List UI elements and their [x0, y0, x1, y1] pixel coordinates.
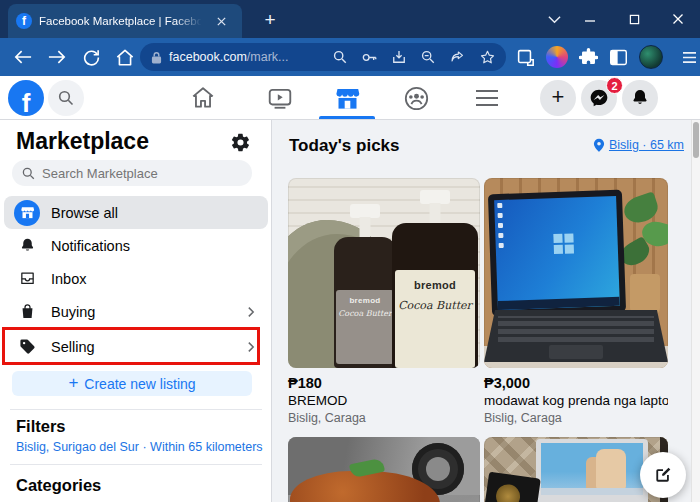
photo-text: bremod	[395, 279, 474, 291]
product-title: modawat kog prenda nga laptop	[484, 392, 668, 410]
sidebar-item-label: Selling	[51, 339, 95, 355]
save-to-device-icon[interactable]	[392, 50, 406, 64]
location-link[interactable]: Bislig · 65 km	[593, 138, 684, 152]
messenger-badge: 2	[606, 77, 623, 94]
nav-watch-icon[interactable]	[266, 84, 294, 112]
facebook-search-button[interactable]	[48, 80, 84, 116]
plus-icon: +	[68, 373, 78, 393]
product-card[interactable]	[288, 437, 480, 502]
storefront-icon	[14, 200, 40, 226]
compose-pencil-icon	[653, 465, 673, 485]
url-path: /mark...	[247, 50, 289, 64]
bell-icon	[14, 233, 40, 259]
sidebar-item-inbox[interactable]: Inbox	[4, 262, 268, 295]
address-bar[interactable]: facebook.com/mark...	[140, 43, 506, 71]
forward-button[interactable]	[42, 43, 72, 71]
nav-menu-icon[interactable]	[473, 84, 501, 112]
menu-hamburger-icon[interactable]	[679, 47, 699, 67]
tab-close-icon[interactable]	[212, 12, 230, 30]
minimize-button[interactable]	[568, 0, 612, 38]
bottle-back: bremod Cocoa Butter	[334, 204, 396, 368]
bottle-front: bremod Cocoa Butter	[392, 190, 478, 368]
location-link-label: Bislig · 65 km	[609, 138, 684, 152]
chat-extension-icon[interactable]	[546, 46, 568, 68]
filters-location-link[interactable]: Bislig, Surigao del Sur · Within 65 kilo…	[16, 440, 263, 454]
windows-logo	[554, 234, 575, 255]
notifications-button[interactable]	[622, 80, 658, 116]
nav-home-icon[interactable]	[189, 84, 217, 112]
laptop-keyboard	[484, 310, 668, 362]
create-post-button[interactable]: +	[540, 80, 576, 116]
nav-groups-icon[interactable]	[402, 84, 430, 112]
todays-picks-heading: Today's picks	[289, 136, 400, 156]
scrollbar[interactable]	[691, 120, 700, 502]
sidebar-item-label: Browse all	[51, 205, 118, 221]
tab-title: Facebook Marketplace | Facebook	[39, 15, 205, 27]
window-controls	[568, 0, 700, 38]
search-icon[interactable]	[333, 50, 347, 64]
tab-list-caret-icon[interactable]	[543, 10, 565, 28]
browser-tab[interactable]: f Facebook Marketplace | Facebook	[8, 4, 242, 38]
bookmark-star-icon[interactable]	[480, 50, 495, 65]
photo-text: Cocoa Butter	[336, 309, 393, 319]
messenger-icon	[589, 88, 609, 108]
share-icon[interactable]	[450, 50, 465, 64]
categories-heading: Categories	[16, 476, 101, 495]
facebook-logo[interactable]: f	[8, 80, 44, 116]
reload-button[interactable]	[76, 43, 106, 71]
product-photo-food	[288, 437, 480, 502]
close-button[interactable]	[656, 0, 700, 38]
chevron-right-icon	[244, 340, 258, 354]
sidebar-item-label: Buying	[51, 304, 95, 320]
browser-toolbar: facebook.com/mark...	[0, 38, 700, 76]
maximize-button[interactable]	[612, 0, 656, 38]
create-listing-label: Create new listing	[84, 376, 195, 392]
product-price: ₱180	[288, 374, 480, 392]
photo-text: Cocoa Butter	[395, 299, 474, 312]
product-card[interactable]: bremod Cocoa Butter bremod Cocoa Butter …	[288, 178, 480, 427]
create-new-listing-button[interactable]: + Create new listing	[12, 371, 252, 396]
titlebar: f Facebook Marketplace | Facebook +	[0, 0, 700, 38]
shopping-bag-icon	[14, 299, 40, 325]
product-location: Bislig, Caraga	[288, 410, 480, 427]
search-icon	[58, 90, 74, 106]
sidebar-item-notifications[interactable]: Notifications	[4, 229, 268, 262]
price-tag-icon	[14, 334, 40, 360]
screenshot-extension-icon[interactable]	[515, 47, 535, 67]
url-domain: facebook.com	[169, 50, 247, 64]
facebook-navbar: f + 2	[0, 76, 700, 120]
laptop-screen	[488, 190, 626, 317]
facebook-favicon-icon: f	[16, 13, 32, 29]
bell-icon	[630, 88, 650, 108]
profile-avatar[interactable]	[639, 45, 663, 69]
home-button[interactable]	[110, 43, 140, 71]
sidebar-item-buying[interactable]: Buying	[4, 295, 268, 328]
photo-text: bremod	[336, 296, 393, 305]
product-grid: bremod Cocoa Butter bremod Cocoa Butter …	[288, 178, 668, 502]
sidebar-toggle-icon[interactable]	[609, 48, 628, 67]
sidebar-item-label: Inbox	[51, 271, 86, 287]
search-marketplace-input[interactable]	[42, 166, 222, 181]
zoom-icon[interactable]	[421, 50, 435, 64]
product-card[interactable]: ₱3,000 modawat kog prenda nga laptop Bis…	[484, 178, 668, 427]
password-key-icon[interactable]	[362, 51, 377, 64]
filters-heading: Filters	[16, 417, 66, 436]
sidebar-item-browse-all[interactable]: Browse all	[4, 196, 268, 229]
marketplace-search[interactable]	[12, 160, 252, 186]
product-title: BREMOD	[288, 392, 480, 410]
divider	[10, 464, 262, 465]
lock-icon	[151, 51, 162, 64]
extensions-puzzle-icon[interactable]	[579, 48, 598, 67]
sidebar-item-selling[interactable]: Selling	[4, 330, 268, 363]
nav-marketplace-icon-active[interactable]	[333, 84, 361, 112]
browser-window: f Facebook Marketplace | Facebook +	[0, 0, 700, 502]
divider	[10, 409, 262, 410]
new-tab-button[interactable]: +	[256, 6, 284, 34]
product-location: Bislig, Caraga	[484, 410, 668, 427]
settings-gear-icon[interactable]	[227, 129, 253, 155]
back-button[interactable]	[8, 43, 38, 71]
compose-listing-fab[interactable]	[640, 452, 686, 498]
marketplace-feed: Today's picks Bislig · 65 km bremod Coco…	[272, 120, 700, 502]
scrollbar-thumb[interactable]	[693, 122, 699, 158]
chevron-right-icon	[244, 305, 258, 319]
